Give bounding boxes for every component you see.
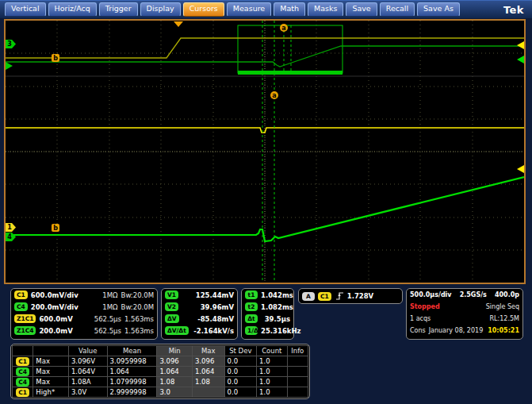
acq-status-row: Stopped Single Seq bbox=[407, 301, 522, 313]
c4-badge[interactable]: C4 bbox=[14, 302, 28, 311]
cursor-a-marker-zoom[interactable]: a bbox=[280, 24, 288, 32]
measurement-source-badge[interactable]: C1 bbox=[16, 357, 29, 366]
measurement-info bbox=[287, 387, 308, 398]
cursor-b-marker-bottom[interactable]: b bbox=[52, 224, 59, 232]
measurement-max: 1.08 bbox=[193, 377, 225, 387]
measurement-source-badge[interactable]: C4 bbox=[16, 367, 29, 376]
cursor-readout-row: ΔV/Δt -2.164kV/s bbox=[162, 325, 237, 337]
z1c1-badge[interactable]: Z1C1 bbox=[14, 314, 36, 323]
trigger-position-icon[interactable] bbox=[174, 21, 183, 27]
voltage-cursor-panel: V1 125.44mV V2 39.96mV ΔV -85.48mV ΔV/Δt… bbox=[161, 288, 238, 340]
trigger-level-value: 1.728V bbox=[347, 292, 373, 300]
c1-scale: 600.0mV/div bbox=[31, 291, 78, 299]
menu-button-display[interactable]: Display bbox=[140, 2, 181, 17]
measurement-source-badge[interactable]: C1 bbox=[16, 388, 29, 397]
header-stdev: St Dev bbox=[224, 346, 257, 356]
c4-impedance: 1MΩ bbox=[102, 303, 117, 311]
channel-1-marker[interactable]: 1 bbox=[6, 223, 16, 232]
acq-count-row: 1 acqs RL:12.5M bbox=[407, 313, 522, 325]
cursor-readout-row: t2 1.082ms bbox=[242, 301, 293, 313]
cursor-a-marker-main[interactable]: a bbox=[270, 91, 278, 99]
measurement-value: 3.0V bbox=[68, 387, 107, 398]
c4-reference-arrow[interactable] bbox=[517, 56, 524, 63]
c1-reference-arrow[interactable] bbox=[517, 41, 524, 49]
measurement-max: 3.096 bbox=[193, 356, 225, 367]
c1-bandwidth: Bw:20.0M bbox=[121, 291, 154, 299]
measurement-mean: 1.064 bbox=[107, 367, 157, 377]
menu-button-cursors[interactable]: Cursors bbox=[183, 2, 224, 17]
v1-value: 125.44mV bbox=[196, 291, 234, 299]
measurement-info bbox=[287, 377, 308, 387]
waveform-display[interactable]: a a b b 3 1 bbox=[6, 21, 524, 283]
c4-scale: 200.0mV/div bbox=[31, 303, 78, 311]
tek-logo: Tek bbox=[503, 4, 527, 16]
measurement-value: 1.08A bbox=[68, 377, 107, 387]
measurement-row[interactable]: C4 Max 1.064V 1.064 1.064 1.064 0.0 1.0 bbox=[13, 367, 308, 377]
zoom-c4-position-arrow[interactable] bbox=[6, 62, 13, 70]
header-count: Count bbox=[257, 346, 288, 356]
z1c4-scale: 200.0mV bbox=[39, 327, 72, 335]
measurement-name: Max bbox=[33, 367, 69, 377]
channel-4-marker[interactable]: 4 bbox=[6, 233, 16, 241]
clock-label: Cons bbox=[410, 327, 426, 334]
cursor-readout-row: V1 125.44mV bbox=[162, 289, 237, 301]
c4-bandwidth: Bw:20.0M bbox=[121, 303, 154, 311]
measurement-name: Max bbox=[33, 377, 69, 387]
svg-text:1: 1 bbox=[7, 224, 12, 231]
time-cursor-panel: t1 1.042ms t2 1.082ms Δt 39.5µs 1/Δt 25.… bbox=[241, 288, 294, 340]
zoom-window-box[interactable] bbox=[238, 25, 343, 73]
acq-mode: Single Seq bbox=[486, 303, 519, 310]
c1-badge[interactable]: C1 bbox=[14, 290, 28, 299]
measurement-table: Value Mean Min Max St Dev Count Info C1 … bbox=[12, 345, 308, 398]
channel-readout-row: Z1C1 600.0mV 562.5µs 1.563ms bbox=[11, 313, 157, 325]
inv-delta-t-badge: 1/Δt bbox=[245, 326, 258, 335]
dv-dt-value: -2.164kV/s bbox=[193, 327, 234, 335]
menu-button-horiz-acq[interactable]: Horiz/Acq bbox=[48, 2, 97, 17]
t1-badge: t1 bbox=[245, 290, 258, 299]
measurement-row[interactable]: C4 Max 1.08A 1.0799998 1.08 1.08 0.0 1.0 bbox=[13, 377, 308, 387]
dv-dt-badge: ΔV/Δt bbox=[165, 326, 189, 335]
menu-button-measure[interactable]: Measure bbox=[227, 2, 271, 17]
header-source bbox=[13, 346, 33, 356]
menu-button-math[interactable]: Math bbox=[274, 2, 305, 17]
v1-badge: V1 bbox=[165, 290, 178, 299]
z1c4-badge[interactable]: Z1C4 bbox=[14, 326, 36, 335]
v2-badge: V2 bbox=[165, 302, 178, 311]
menu-button-vertical[interactable]: Vertical bbox=[5, 2, 46, 17]
cursor-readout-row: V2 39.96mV bbox=[162, 301, 237, 313]
measurement-min: 1.064 bbox=[157, 367, 193, 377]
t2-value: 1.082ms bbox=[261, 303, 293, 311]
menu-button-masks[interactable]: Masks bbox=[308, 2, 343, 17]
measurement-row[interactable]: C1 Max 3.096V 3.0959998 3.096 3.096 0.0 … bbox=[13, 356, 308, 367]
measurement-min: 3.0 bbox=[157, 387, 193, 398]
measurement-row[interactable]: C1 High* 3.0V 2.9999998 3.0 0.0 1.0 bbox=[13, 387, 308, 398]
trigger-level-arrow[interactable] bbox=[517, 165, 524, 173]
timebase-value: 500.0µs/div bbox=[410, 291, 452, 298]
menu-button-save[interactable]: Save bbox=[346, 2, 377, 17]
waveform-display-frame: a a b b 3 1 bbox=[4, 19, 526, 284]
cursor-b-marker-top[interactable]: b bbox=[52, 54, 59, 62]
t1-value: 1.042ms bbox=[261, 291, 293, 299]
header-name bbox=[33, 346, 69, 356]
cursor-readout-row: 1/Δt 25.316kHz bbox=[242, 325, 293, 337]
svg-text:3: 3 bbox=[7, 40, 12, 48]
channel-readout-row: C1 600.0mV/div 1MΩ Bw:20.0M bbox=[11, 289, 157, 301]
menu-button-trigger[interactable]: Trigger bbox=[99, 2, 138, 17]
measurement-stdev: 0.0 bbox=[224, 377, 257, 387]
delta-t-badge: Δt bbox=[245, 314, 258, 323]
menu-button-save-as[interactable]: Save As bbox=[417, 2, 460, 17]
channel-readout-row: C4 200.0mV/div 1MΩ Bw:20.0M bbox=[11, 301, 157, 313]
measurement-max: 1.064 bbox=[193, 367, 225, 377]
menu-button-recall[interactable]: Recall bbox=[380, 2, 415, 17]
zoom-region-bar[interactable] bbox=[238, 71, 343, 75]
measurement-mean: 1.0799998 bbox=[107, 377, 157, 387]
measurement-count: 1.0 bbox=[257, 377, 288, 387]
z1c1-timebase: 562.5µs bbox=[94, 315, 121, 323]
measurement-max bbox=[193, 387, 225, 398]
channel-3-marker[interactable]: 3 bbox=[6, 40, 16, 48]
measurement-count: 1.0 bbox=[257, 356, 288, 367]
rising-edge-icon bbox=[335, 291, 344, 301]
trigger-readout-panel[interactable]: A C1 1.728V bbox=[298, 288, 403, 304]
inv-delta-t-value: 25.316kHz bbox=[261, 327, 301, 335]
measurement-source-badge[interactable]: C4 bbox=[16, 378, 29, 387]
